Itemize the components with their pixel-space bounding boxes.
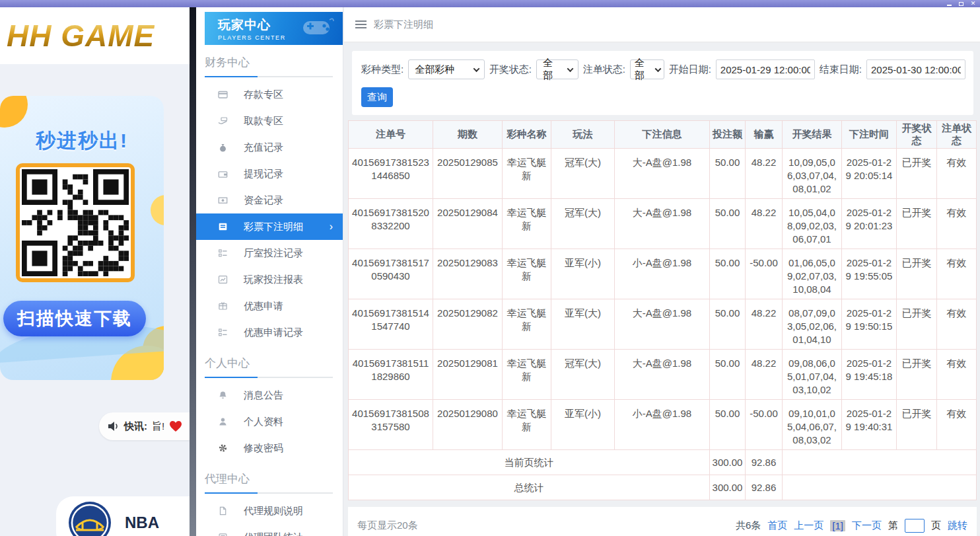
prev-page-link[interactable]: 上一页 <box>794 519 823 532</box>
cell-result: 01,06,05,09,02,07,03,10,08,04 <box>783 249 842 299</box>
col-header: 开奖状态 <box>897 121 937 149</box>
sidebar-item-deposit[interactable]: 存款专区 <box>196 81 343 108</box>
cell-order-id: 401569173815170590430 <box>349 249 433 299</box>
first-page-link[interactable]: 首页 <box>767 519 787 532</box>
sidebar-item-recharge-records[interactable]: 充值记录 <box>196 134 343 161</box>
person-icon <box>217 416 229 427</box>
draw-status-select[interactable]: 全部 <box>536 59 578 79</box>
table-row: 40156917381517059043020250129083幸运飞艇新亚军(… <box>349 249 977 299</box>
cell-winloss: 48.22 <box>746 199 783 249</box>
sidebar-item-lottery-bet-details[interactable]: 彩票下注明细 › <box>196 213 343 240</box>
order-status-label: 注单状态: <box>583 63 625 76</box>
sidebar-item-player-bet-report[interactable]: 玩家投注报表 <box>196 266 343 293</box>
sidebar-item-announcements[interactable]: 消息公告 <box>196 382 343 408</box>
cell-order-id: 401569173815208332200 <box>349 199 433 249</box>
ticker-text: 旨! <box>152 420 164 433</box>
list-icon <box>217 327 229 338</box>
cell-draw-status: 已开奖 <box>897 199 937 249</box>
page-summary-row: 当前页统计 300.00 92.86 <box>349 450 977 475</box>
cell-time: 2025-01-29 19:50:15 <box>842 299 897 350</box>
lottery-type-select[interactable]: 全部彩种 <box>408 59 485 79</box>
sidebar: 玩家中心 PLAYERS CENTER 财务中心 存款专区 取款专区 <box>196 7 343 536</box>
cell-result: 10,09,05,06,03,07,04,08,01,02 <box>783 149 842 199</box>
jump-prefix: 第 <box>888 519 898 532</box>
order-status-select[interactable]: 全部 <box>630 59 664 79</box>
sidebar-item-profile[interactable]: 个人资料 <box>196 408 343 435</box>
sidebar-item-label: 优惠申请记录 <box>244 326 303 339</box>
cell-issue: 20250129080 <box>433 400 503 450</box>
start-date-input[interactable] <box>716 59 815 79</box>
nba-news-card: NBA <box>56 496 190 536</box>
decor-circle <box>0 96 28 128</box>
col-header: 彩种名称 <box>503 121 551 149</box>
hand-money-icon <box>217 116 229 126</box>
bets-table-card: 注单号 期数 彩种名称 玩法 下注信息 投注额 输赢 开奖结果 下注时间 开奖状… <box>348 120 977 500</box>
cell-bet-info: 大-A盘@1.98 <box>615 299 710 350</box>
next-page-link[interactable]: 下一页 <box>852 519 882 532</box>
cell-time: 2025-01-29 20:05:14 <box>842 149 897 199</box>
jump-button[interactable]: 跳转 <box>948 519 967 532</box>
minimize-button-icon[interactable] <box>946 1 952 6</box>
col-header: 开奖结果 <box>783 121 842 149</box>
pagination-bar: 每页显示20条 共6条 首页 上一页 [1] 下一页 第 页 跳转 <box>348 507 977 536</box>
maximize-button-icon[interactable] <box>958 1 964 6</box>
list-icon <box>217 248 229 258</box>
sidebar-item-withdrawal-records[interactable]: 提现记录 <box>196 161 343 187</box>
cell-draw-status: 已开奖 <box>897 249 937 299</box>
close-button-icon[interactable]: ✕ <box>970 1 976 6</box>
breadcrumb-bar: 彩票下注明细 <box>344 7 980 42</box>
table-header-row: 注单号 期数 彩种名称 玩法 下注信息 投注额 输赢 开奖结果 下注时间 开奖状… <box>349 121 977 149</box>
cell-winloss: -50.00 <box>746 249 783 299</box>
cell-result: 09,10,01,05,04,06,07,08,03,02 <box>783 400 842 450</box>
bets-table: 注单号 期数 彩种名称 玩法 下注信息 投注额 输赢 开奖结果 下注时间 开奖状… <box>348 120 977 500</box>
sidebar-item-agent-team-stats[interactable]: 代理团队统计 <box>196 524 343 536</box>
main-content: 彩票下注明细 彩种类型: 全部彩种 开奖状态: 全部 注单状态: <box>344 7 980 536</box>
section-divider <box>205 377 333 378</box>
order-status-value: 全部 <box>635 57 654 82</box>
cell-issue: 20250129083 <box>433 249 503 299</box>
cell-order-status: 有效 <box>937 400 977 450</box>
sidebar-item-agent-rules[interactable]: 代理规则说明 <box>196 498 343 524</box>
sidebar-item-hall-bet-records[interactable]: 厅室投注记录 <box>196 240 343 266</box>
per-page-label: 每页显示20条 <box>357 519 418 532</box>
banknote-icon <box>217 195 229 206</box>
table-row: 40156917381514154774020250129082幸运飞艇新亚军(… <box>349 299 977 350</box>
sidebar-item-promo-apply-records[interactable]: 优惠申请记录 <box>196 319 343 346</box>
cell-issue: 20250129082 <box>433 299 503 350</box>
summary-label: 当前页统计 <box>349 450 710 475</box>
sidebar-item-promo-apply[interactable]: 优惠申请 <box>196 293 343 319</box>
sidebar-item-funds-records[interactable]: 资金记录 <box>196 187 343 213</box>
cell-play: 冠军(大) <box>551 199 615 249</box>
scan-download-button[interactable]: 扫描快速下载 <box>3 301 146 336</box>
sidebar-item-label: 玩家投注报表 <box>244 274 303 286</box>
sidebar-item-change-password[interactable]: 修改密码 <box>196 435 343 461</box>
cell-lottery: 幸运飞艇新 <box>503 149 551 199</box>
end-date-input[interactable] <box>866 59 965 79</box>
sidebar-item-withdraw[interactable]: 取款专区 <box>196 108 343 134</box>
sidebar-item-label: 代理团队统计 <box>244 531 303 536</box>
summary-bet-total: 300.00 <box>710 450 746 475</box>
sidebar-item-label: 彩票下注明细 <box>244 221 303 233</box>
cell-winloss: 48.22 <box>746 149 783 199</box>
sidebar-item-label: 消息公告 <box>244 389 283 402</box>
promo-headline: 秒进秒出! <box>0 128 164 155</box>
section-divider <box>205 76 333 77</box>
sidebar-item-label: 存款专区 <box>244 89 283 101</box>
cell-result: 10,05,04,08,09,02,03,06,07,01 <box>783 199 842 249</box>
col-header: 玩法 <box>551 121 615 149</box>
cell-order-id: 401569173815083157580 <box>349 400 433 450</box>
search-button[interactable]: 查询 <box>361 87 393 107</box>
sidebar-header: 玩家中心 PLAYERS CENTER <box>205 12 343 45</box>
warriors-logo-icon <box>68 501 112 536</box>
jump-suffix: 页 <box>931 519 941 532</box>
section-finance: 财务中心 <box>196 45 343 73</box>
sidebar-item-label: 资金记录 <box>244 194 283 207</box>
cell-draw-status: 已开奖 <box>897 299 937 350</box>
wallet-icon <box>217 169 229 179</box>
chevron-down-icon <box>473 65 479 72</box>
menu-toggle-icon[interactable] <box>355 20 367 28</box>
cell-issue: 20250129084 <box>433 199 503 249</box>
jump-page-input[interactable] <box>905 519 925 533</box>
cell-issue: 20250129081 <box>433 350 503 400</box>
cell-order-id: 401569173815111829860 <box>349 350 433 400</box>
